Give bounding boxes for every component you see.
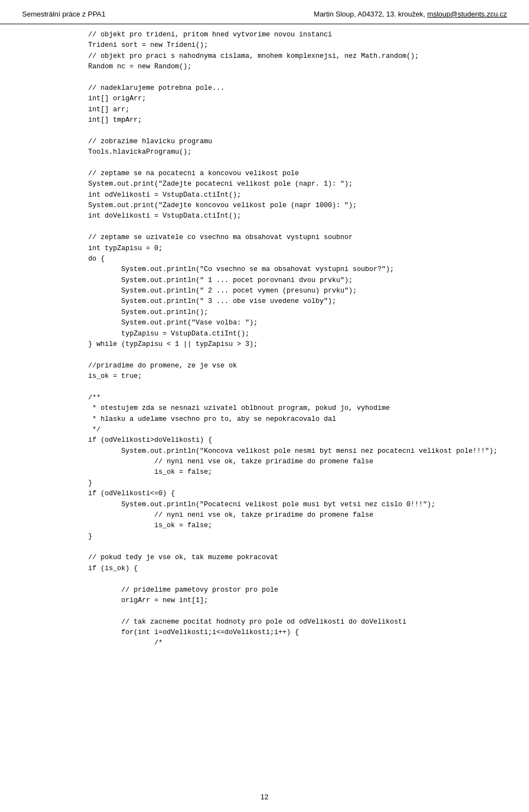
author-info: Martin Sloup, A04372, 13. kroužek, mslou…: [314, 10, 507, 18]
author-email[interactable]: msloup@students.zcu.cz: [427, 10, 507, 18]
course-title: Semestrální práce z PPA1: [22, 10, 106, 18]
code-block: // objekt pro trideni, pritom hned vytvo…: [22, 30, 507, 649]
page-header: Semestrální práce z PPA1 Martin Sloup, A…: [0, 0, 529, 24]
page: Semestrální práce z PPA1 Martin Sloup, A…: [0, 0, 529, 812]
author-name: Martin Sloup, A04372, 13. kroužek,: [314, 10, 425, 18]
page-footer: 12: [0, 793, 529, 801]
page-number: 12: [261, 793, 268, 801]
main-content: // objekt pro trideni, pritom hned vytvo…: [0, 24, 529, 671]
